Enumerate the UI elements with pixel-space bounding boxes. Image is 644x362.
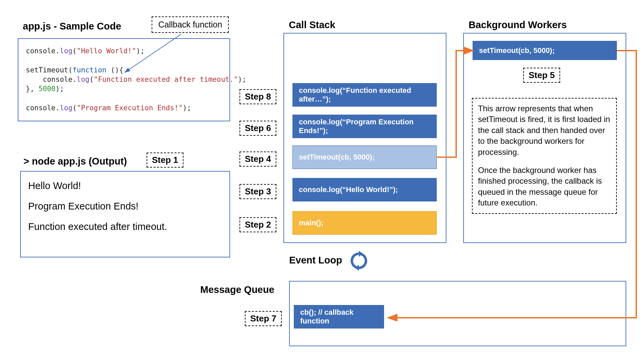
msgqueue-frame: cb(); // callback function xyxy=(294,305,384,328)
step-7-label: Step 7 xyxy=(245,311,282,326)
event-loop-refresh-icon xyxy=(349,251,369,271)
code-line-5: console.log("Program Execution Ends!"); xyxy=(26,103,223,113)
step-2-label: Step 2 xyxy=(239,217,276,232)
bgworkers-title: Background Workers xyxy=(469,19,567,31)
arrow-bgworker-to-mq xyxy=(384,50,639,321)
eventloop-title: Event Loop xyxy=(289,255,342,266)
step-4-label: Step 4 xyxy=(239,152,276,167)
svg-line-0 xyxy=(125,34,181,72)
output-line-3: Function executed after timeout. xyxy=(28,221,222,232)
callstack-title: Call Stack xyxy=(289,19,335,31)
output-line-1: Hello World! xyxy=(28,180,222,191)
output-title: > node app.js (Output) xyxy=(23,156,127,167)
code-line-4: }, 5000); xyxy=(26,84,223,94)
step-8-label: Step 8 xyxy=(239,89,276,104)
step-6-label: Step 6 xyxy=(239,121,276,136)
output-box: Hello World! Program Execution Ends! Fun… xyxy=(20,171,230,257)
callback-function-label: Callback function xyxy=(152,16,229,33)
msgqueue-title: Message Queue xyxy=(200,284,274,295)
arrow-callback-to-function xyxy=(114,33,191,76)
step-3-label: Step 3 xyxy=(239,184,276,199)
output-line-2: Program Execution Ends! xyxy=(28,201,222,212)
step-1-label: Step 1 xyxy=(147,153,183,168)
code-title: app.js - Sample Code xyxy=(23,21,121,32)
